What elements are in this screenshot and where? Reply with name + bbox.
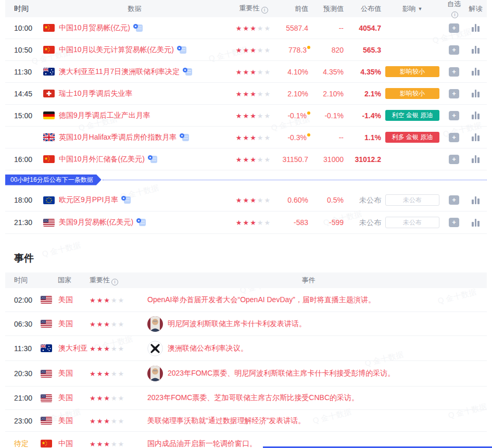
- rba-logo: [147, 341, 163, 356]
- interpretation-doc-icon[interactable]: [177, 46, 186, 54]
- event-country: 中国: [56, 439, 90, 448]
- prev-value: 2.10%: [287, 90, 308, 98]
- australia-flag-icon: [43, 68, 55, 76]
- col-header-time: 时间: [5, 276, 39, 285]
- switzerland-flag-icon: [43, 90, 55, 97]
- chart-icon[interactable]: [472, 111, 480, 119]
- usa-flag-icon: [43, 219, 55, 227]
- usa-flag-icon: [41, 394, 52, 402]
- event-text-link[interactable]: 澳洲联储公布利率决议。: [168, 343, 248, 354]
- indicator-name-link[interactable]: 中国10月贸易帐(亿元): [59, 23, 130, 33]
- event-text-link[interactable]: 国内成品油开启新一轮调价窗口。: [147, 439, 257, 448]
- indicator-name-link[interactable]: 瑞士10月季调后失业率: [59, 89, 133, 98]
- importance-stars: ★★★★★: [90, 295, 130, 305]
- revision-dot: [307, 133, 310, 136]
- indicator-name-link[interactable]: 中国10月以美元计算贸易帐(亿美元): [59, 45, 174, 55]
- chart-icon[interactable]: [472, 219, 480, 227]
- col-header-importance: 重要性i: [90, 276, 130, 285]
- event-row[interactable]: 21:00 美国 ★★★★★ 2023年FOMC票委、芝加哥联储主席古尔斯比接受…: [5, 387, 487, 410]
- table-row[interactable]: 15:00 德国9月季调后工业产出月率 ★★★★★ -0.1% -0.1% -1…: [5, 105, 487, 127]
- chart-icon[interactable]: [472, 68, 480, 76]
- data-table-header: 时间 数据 重要性i 前值 预测值 公布值 影响▼ 自选i 解读: [5, 0, 487, 17]
- col-header-impact[interactable]: 影响▼: [381, 4, 444, 14]
- add-favorite-button[interactable]: +: [449, 67, 459, 77]
- event-row[interactable]: 06:30 美国 ★★★★★ 明尼阿波利斯联储主席卡什卡利发表讲话。: [5, 312, 487, 336]
- row-time: 10:50: [5, 46, 42, 54]
- event-text-link[interactable]: 美联储理事沃勒就“通过数据理解经济”发表讲话。: [147, 416, 305, 426]
- add-favorite-button[interactable]: +: [449, 23, 459, 33]
- chart-icon[interactable]: [472, 196, 480, 204]
- info-icon[interactable]: i: [261, 7, 268, 14]
- indicator-name-link[interactable]: 美国9月贸易帐(亿美元): [59, 218, 133, 227]
- col-header-event: 事件: [130, 276, 487, 285]
- revision-dot: [307, 111, 310, 115]
- row-time: 11:30: [5, 68, 42, 76]
- info-icon[interactable]: i: [451, 11, 458, 18]
- table-row[interactable]: 11:30 澳大利亚至11月7日澳洲联储利率决定 ★★★★★ 4.10% 4.3…: [5, 61, 487, 83]
- table-row[interactable]: 10:00 ★ 中国10月贸易帐(亿元) ★★★★★ 5587.4 -- 405…: [5, 17, 487, 39]
- event-country: 美国: [56, 295, 90, 305]
- add-favorite-button[interactable]: +: [449, 45, 459, 55]
- table-row[interactable]: 18:00 欧元区9月PPI月率 ★★★★★ 0.60% 0.5% 未公布 未公…: [5, 189, 487, 211]
- chevron-down-icon[interactable]: ▼: [418, 6, 423, 11]
- add-favorite-button[interactable]: +: [449, 133, 459, 142]
- event-row[interactable]: 20:30 美国 ★★★★★ 2023年FOMC票委、明尼阿波利斯联储主席卡什卡…: [5, 361, 487, 387]
- add-favorite-button[interactable]: +: [449, 111, 459, 120]
- prev-value: -583: [294, 218, 308, 227]
- event-text-link[interactable]: 明尼阿波利斯联储主席卡什卡利发表讲话。: [168, 319, 306, 329]
- table-row[interactable]: 14:45 瑞士10月季调后失业率 ★★★★★ 2.10% 2.10% 2.1%…: [5, 83, 487, 105]
- forecast-value: 4.35%: [323, 68, 344, 76]
- interpretation-doc-icon[interactable]: [121, 196, 131, 204]
- table-row[interactable]: 21:30 美国9月贸易帐(亿美元) ★★★★★ -583 -599 未公布 未…: [5, 211, 487, 234]
- add-favorite-button[interactable]: +: [449, 155, 459, 164]
- chart-icon[interactable]: [472, 46, 480, 54]
- add-favorite-button[interactable]: +: [449, 218, 459, 227]
- events-table: 时间 国家 重要性i 事件 02:00 美国 ★★★★★ OpenAI举办首届开…: [5, 272, 487, 448]
- interpretation-doc-icon[interactable]: [136, 218, 146, 227]
- add-favorite-button[interactable]: +: [449, 89, 459, 98]
- event-row[interactable]: 待定 ★ 中国 ★★★★★ 国内成品油开启新一轮调价窗口。: [5, 432, 487, 448]
- interpretation-doc-icon[interactable]: [183, 68, 192, 76]
- unpublished-box: 未公布: [385, 194, 439, 206]
- forecast-value: --: [339, 133, 344, 142]
- event-text-link[interactable]: 2023年FOMC票委、明尼阿波利斯联储主席卡什卡利接受彭博的采访。: [168, 368, 395, 379]
- event-time: 20:30: [5, 369, 39, 378]
- prev-value: 5587.4: [286, 24, 308, 32]
- forecast-value: -0.1%: [324, 111, 344, 120]
- chart-icon[interactable]: [472, 24, 480, 32]
- svg-text:★: ★: [42, 441, 45, 445]
- event-time: 23:00: [5, 417, 39, 425]
- stars-off: ★★: [257, 24, 271, 32]
- add-favorite-button[interactable]: +: [449, 195, 459, 205]
- event-row[interactable]: 11:30 澳大利亚 ★★★★★ 澳洲联储公布利率决议。: [5, 336, 487, 361]
- economic-calendar-page: Q 金十数据 Q 金十数据 Q 金十数据 Q 金十数据 Q 金十数据 Q 金十数…: [0, 0, 492, 448]
- event-row[interactable]: 02:00 美国 ★★★★★ OpenAI举办首届开发者大会“OpenAI De…: [5, 288, 487, 312]
- revision-dot: [307, 46, 310, 49]
- event-text-link[interactable]: OpenAI举办首届开发者大会“OpenAI DevDay”，届时将直播主题演讲…: [147, 295, 375, 305]
- info-icon[interactable]: i: [111, 279, 118, 285]
- row-time: 18:00: [5, 196, 42, 204]
- indicator-name-link[interactable]: 澳大利亚至11月7日澳洲联储利率决定: [59, 67, 180, 77]
- published-value: 31012.2: [355, 155, 381, 164]
- china-flag-icon: ★: [43, 46, 55, 54]
- interpretation-doc-icon[interactable]: [180, 133, 189, 142]
- event-text-link[interactable]: 2023年FOMC票委、芝加哥联储主席古尔斯比接受CNBC的采访。: [147, 393, 359, 403]
- forecast-value: 31000: [323, 155, 344, 164]
- chart-icon[interactable]: [472, 133, 480, 141]
- indicator-name-link[interactable]: 英国10月Halifax季调后房价指数月率: [59, 133, 176, 142]
- indicator-name-link[interactable]: 欧元区9月PPI月率: [59, 195, 118, 205]
- interpretation-doc-icon[interactable]: [148, 155, 157, 164]
- indicator-name-link[interactable]: 中国10月外汇储备(亿美元): [59, 155, 145, 164]
- indicator-name-link[interactable]: 德国9月季调后工业产出月率: [59, 111, 150, 120]
- table-row[interactable]: 英国10月Halifax季调后房价指数月率 ★★★★★ -0.3% -- 1.1…: [5, 127, 487, 148]
- chart-icon[interactable]: [472, 90, 480, 97]
- chart-icon[interactable]: [472, 155, 480, 163]
- event-country: 美国: [56, 393, 90, 403]
- interpretation-doc-icon[interactable]: [133, 24, 143, 32]
- importance-stars: ★★★★★: [228, 111, 280, 120]
- china-flag-icon: ★: [43, 24, 55, 32]
- importance-stars: ★★★★★: [90, 369, 130, 378]
- table-row[interactable]: 10:50 ★ 中国10月以美元计算贸易帐(亿美元) ★★★★★ 778.3 8…: [5, 39, 487, 61]
- event-row[interactable]: 23:00 美国 ★★★★★ 美联储理事沃勒就“通过数据理解经济”发表讲话。: [5, 410, 487, 432]
- table-row[interactable]: 16:00 ★ 中国10月外汇储备(亿美元) ★★★★★ 31150.7 310…: [5, 148, 487, 170]
